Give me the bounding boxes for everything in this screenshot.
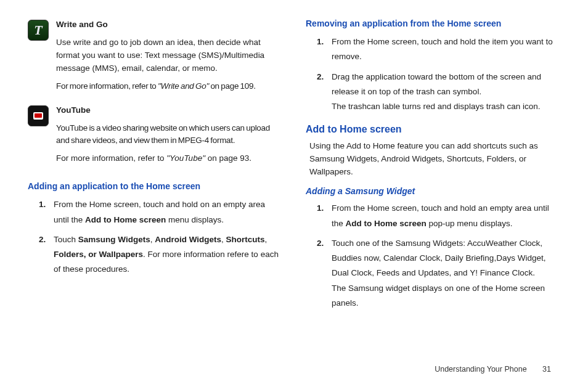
app-ref: For more information, refer to "YouTube"… (56, 152, 282, 165)
youtube-icon (28, 105, 49, 126)
write-and-go-icon: T (28, 20, 49, 41)
left-column: T Write and Go Use write and go to job d… (28, 18, 282, 316)
heading-adding-app: Adding an application to the Home screen (28, 181, 282, 191)
steps-adding-app: From the Home screen, touch and hold on … (28, 197, 282, 277)
step-item: Touch one of the Samsung Widgets: AccuWe… (306, 236, 560, 311)
app-ref: For more information, refer to "Write an… (56, 80, 282, 93)
step-item: From the Home screen, touch and hold on … (28, 197, 282, 227)
app-write-and-go: T Write and Go Use write and go to job d… (28, 18, 282, 98)
footer-section: Understanding Your Phone (435, 365, 526, 374)
app-youtube: YouTube YouTube is a video sharing websi… (28, 104, 282, 171)
heading-removing-app: Removing an application from the Home sc… (306, 18, 560, 28)
intro-add-to-home: Using the Add to Home feature you can ad… (309, 140, 560, 179)
heading-add-to-home: Add to Home screen (306, 124, 560, 135)
heading-samsung-widget: Adding a Samsung Widget (306, 186, 560, 196)
step-item: Touch Samsung Widgets, Android Widgets, … (28, 232, 282, 277)
app-desc: Use write and go to job down an idea, th… (56, 36, 282, 75)
step-item: Drag the application toward the bottom o… (306, 70, 560, 115)
footer-page-number: 31 (542, 365, 551, 374)
app-title: YouTube (56, 104, 282, 117)
step-item: From the Home screen, touch and hold an … (306, 201, 560, 231)
steps-samsung-widget: From the Home screen, touch and hold an … (306, 201, 560, 311)
right-column: Removing an application from the Home sc… (306, 18, 560, 316)
app-title: Write and Go (56, 18, 282, 31)
page-footer: Understanding Your Phone 31 (435, 365, 551, 374)
app-desc: YouTube is a video sharing website on wh… (56, 122, 282, 148)
steps-removing-app: From the Home screen, touch and hold the… (306, 35, 560, 114)
step-item: From the Home screen, touch and hold the… (306, 35, 560, 65)
